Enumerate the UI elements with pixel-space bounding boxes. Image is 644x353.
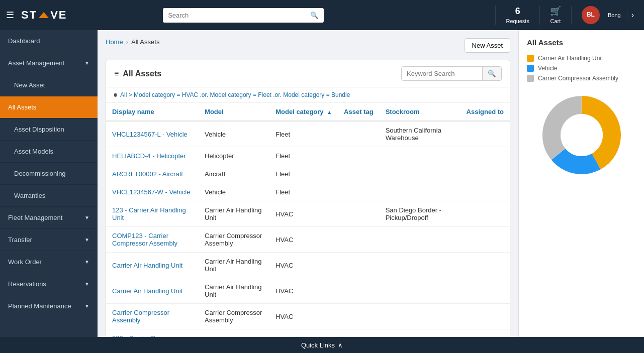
cell-category: HVAC [269, 253, 338, 278]
cart-button[interactable]: 🛒 Cart [539, 6, 571, 25]
assets-table: Display name Model Model category ▲ Asse… [106, 103, 510, 337]
table-row: COMP123 - Carrier Compressor Assembly Ca… [106, 227, 510, 253]
sidebar-item-planned-maintenance[interactable]: Planned Maintenance ▼ [0, 295, 98, 317]
cell-asset-tag [338, 147, 380, 165]
col-display-name[interactable]: Display name [106, 103, 199, 121]
filter-bar: ⧯ All > Model category = HVAC .or. Model… [106, 87, 510, 103]
breadcrumb-row: Home › All Assets New Asset [106, 38, 510, 53]
cell-assigned-to [461, 147, 510, 165]
breadcrumb-separator: › [126, 38, 128, 46]
display-name-link[interactable]: VHCL1234567-L - Vehicle [112, 131, 188, 138]
cell-stockroom [380, 183, 461, 201]
sidebar-item-label: Asset Disposition [14, 126, 64, 133]
breadcrumb-home[interactable]: Home [106, 38, 123, 46]
sidebar-item-label: All Assets [8, 103, 36, 111]
sidebar-item-asset-disposition[interactable]: Asset Disposition [0, 119, 98, 141]
cell-model: Carrier Compressor Assembly [199, 304, 269, 329]
table-row: Carrier Air Handling Unit Carrier Air Ha… [106, 278, 510, 304]
col-model[interactable]: Model [199, 103, 269, 121]
sidebar-item-label: Transfer [8, 236, 32, 244]
sidebar-item-warranties[interactable]: Warranties [0, 185, 98, 207]
display-name-link[interactable]: HELIABCD-4 - Helicopter [112, 152, 186, 160]
cell-display-name: 222 - Carrier Compressor Assembly [106, 329, 199, 337]
logo-text: ST [21, 9, 37, 22]
sidebar-item-transfer[interactable]: Transfer ▼ [0, 229, 98, 251]
cell-asset-tag [338, 227, 380, 253]
requests-label: Requests [506, 18, 529, 25]
table-body: VHCL1234567-L - Vehicle Vehicle Fleet So… [106, 121, 510, 337]
cell-stockroom [380, 329, 461, 337]
col-model-category[interactable]: Model category ▲ [269, 103, 338, 121]
global-search-bar: 🔍 [163, 8, 324, 23]
sidebar-item-label: Decommissioning [14, 170, 66, 177]
cell-display-name: VHCL1234567-L - Vehicle [106, 121, 199, 147]
cell-category: HVAC [269, 329, 338, 337]
quicklinks-label: Quick Links [301, 341, 335, 349]
assets-panel: ≡ All Assets 🔍 ⧯ All > Model category = … [106, 60, 510, 337]
sidebar-item-label: Fleet Management [8, 214, 62, 221]
legend-color [527, 75, 534, 82]
display-name-link[interactable]: 123 - Carrier Air Handling Unit [112, 206, 186, 221]
col-stockroom[interactable]: Stockroom [380, 103, 461, 121]
table-row: ARCRFT00002 - Aircraft Aircraft Fleet [106, 165, 510, 183]
avatar: BL [582, 6, 600, 24]
sidebar-item-label: Warranties [14, 192, 45, 199]
sidebar-item-asset-management[interactable]: Asset Management ▼ [0, 52, 98, 74]
chevron-down-icon: ▼ [84, 259, 89, 265]
sidebar-item-new-asset[interactable]: New Asset [0, 74, 98, 96]
cell-category: Fleet [269, 165, 338, 183]
cell-model: Helicopter [199, 147, 269, 165]
search-button[interactable]: 🔍 [305, 8, 324, 23]
expand-panel-button[interactable]: › [627, 11, 638, 20]
requests-button[interactable]: 6 Requests [495, 6, 539, 25]
sidebar-item-asset-models[interactable]: Asset Models [0, 141, 98, 163]
keyword-search-button[interactable]: 🔍 [482, 67, 501, 80]
legend-item: Carrier Compressor Assembly [527, 75, 636, 82]
legend-item: Carrier Air Handling Unit [527, 55, 636, 62]
search-input[interactable] [163, 8, 305, 23]
sidebar-item-dashboard[interactable]: Dashboard [0, 30, 98, 52]
logo-hat-icon [38, 11, 50, 19]
hamburger-icon: ≡ [114, 69, 119, 78]
cell-assigned-to [461, 278, 510, 304]
cell-display-name: Carrier Air Handling Unit [106, 253, 199, 278]
cell-category: HVAC [269, 304, 338, 329]
col-assigned-to[interactable]: Assigned to [461, 103, 510, 121]
sidebar-item-fleet-management[interactable]: Fleet Management ▼ [0, 207, 98, 229]
chevron-down-icon: ▼ [84, 215, 89, 220]
svg-point-4 [561, 114, 603, 156]
new-asset-button[interactable]: New Asset [465, 38, 510, 53]
table-header: Display name Model Model category ▲ Asse… [106, 103, 510, 121]
sidebar-item-label: New Asset [14, 81, 45, 89]
sidebar-item-all-assets[interactable]: All Assets [0, 96, 98, 119]
cell-asset-tag [338, 329, 380, 337]
sidebar-item-decommissioning[interactable]: Decommissioning [0, 163, 98, 185]
cell-model: Carrier Compressor Assembly [199, 227, 269, 253]
keyword-search-input[interactable] [402, 67, 482, 80]
sidebar-item-reservations[interactable]: Reservations ▼ [0, 273, 98, 295]
display-name-link[interactable]: ARCRFT00002 - Aircraft [112, 170, 183, 178]
quicklinks-bar[interactable]: Quick Links ∧ [0, 337, 644, 353]
user-initials: BL [587, 11, 595, 19]
chevron-down-icon: ▼ [84, 281, 89, 287]
cell-model: Aircraft [199, 165, 269, 183]
cell-category: Fleet [269, 147, 338, 165]
sidebar-item-label: Reservations [8, 280, 46, 288]
chevron-down-icon: ▼ [84, 60, 89, 66]
content-area: Home › All Assets New Asset ≡ All Assets… [98, 30, 518, 337]
display-name-link[interactable]: Carrier Air Handling Unit [112, 287, 182, 295]
sidebar-item-work-order[interactable]: Work Order ▼ [0, 251, 98, 273]
menu-icon[interactable]: ☰ [6, 10, 14, 21]
cell-category: HVAC [269, 201, 338, 227]
table-row: VHCL1234567-W - Vehicle Vehicle Fleet [106, 183, 510, 201]
right-panel: All Assets Carrier Air Handling Unit Veh… [518, 30, 644, 337]
cell-model: Vehicle [199, 121, 269, 147]
cell-assigned-to [461, 165, 510, 183]
display-name-link[interactable]: Carrier Compressor Assembly [112, 309, 169, 324]
cell-asset-tag [338, 183, 380, 201]
col-asset-tag[interactable]: Asset tag [338, 103, 380, 121]
display-name-link[interactable]: VHCL1234567-W - Vehicle [112, 188, 190, 196]
display-name-link[interactable]: Carrier Air Handling Unit [112, 262, 182, 269]
user-profile[interactable]: BL Bong [571, 6, 627, 24]
display-name-link[interactable]: COMP123 - Carrier Compressor Assembly [112, 232, 177, 247]
